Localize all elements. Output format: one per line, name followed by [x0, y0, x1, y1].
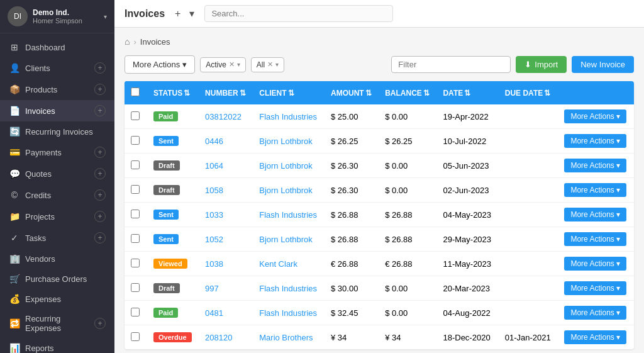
row-more-actions-button[interactable]: More Actions ▾	[564, 159, 626, 172]
col-header-due-date[interactable]: DUE DATE ⇅	[499, 81, 558, 104]
row-client[interactable]: Bjorn Lothbrok	[253, 129, 325, 154]
more-actions-button[interactable]: More Actions ▾	[125, 55, 195, 74]
sidebar-item-payments[interactable]: 💳 Payments +	[0, 142, 114, 163]
invoice-number-link[interactable]: 997	[205, 284, 219, 293]
row-client[interactable]: Bjorn Lothbrok	[253, 154, 325, 178]
sidebar-item-purchase-orders[interactable]: 🛒 Purchase Orders	[0, 269, 114, 289]
invoice-number-link[interactable]: 1033	[205, 210, 223, 220]
sidebar-item-invoices[interactable]: 📄 Invoices +	[0, 100, 114, 121]
row-checkbox[interactable]	[131, 210, 140, 218]
add-quotes-icon[interactable]: +	[94, 168, 106, 179]
new-invoice-button[interactable]: New Invoice	[572, 56, 634, 73]
client-link[interactable]: Kent Clark	[259, 259, 297, 269]
row-checkbox-cell[interactable]	[125, 104, 147, 129]
row-more-actions-button[interactable]: More Actions ▾	[564, 306, 626, 320]
invoice-number-link[interactable]: 1052	[205, 235, 223, 244]
row-client[interactable]: Bjorn Lothbrok	[253, 227, 325, 252]
row-number[interactable]: 03812022	[199, 104, 253, 129]
invoice-number-link[interactable]: 03812022	[205, 112, 242, 121]
row-more-actions-button[interactable]: More Actions ▾	[564, 281, 626, 295]
row-more-actions-button[interactable]: More Actions ▾	[564, 232, 626, 246]
row-checkbox-cell[interactable]	[125, 154, 147, 178]
select-all-checkbox[interactable]	[131, 87, 140, 96]
row-checkbox[interactable]	[131, 259, 140, 267]
row-checkbox[interactable]	[131, 234, 140, 243]
row-number[interactable]: 208120	[199, 325, 253, 350]
row-client[interactable]: Flash Industries	[253, 276, 325, 301]
row-checkbox-cell[interactable]	[125, 252, 147, 276]
client-link[interactable]: Mario Brothers	[259, 333, 313, 342]
client-link[interactable]: Bjorn Lothbrok	[259, 235, 313, 244]
row-client[interactable]: Flash Industries	[253, 301, 325, 325]
add-products-icon[interactable]: +	[94, 84, 106, 95]
row-checkbox-cell[interactable]	[125, 203, 147, 227]
client-link[interactable]: Bjorn Lothbrok	[259, 161, 313, 171]
row-client[interactable]: Flash Industries	[253, 104, 325, 129]
col-header-amount[interactable]: AMOUNT ⇅	[325, 81, 379, 104]
row-more-actions-button[interactable]: More Actions ▾	[564, 109, 626, 123]
close-icon[interactable]: ✕	[267, 60, 273, 69]
client-link[interactable]: Flash Industries	[259, 308, 317, 318]
sidebar-item-expenses[interactable]: 💰 Expenses	[0, 289, 114, 309]
row-checkbox-cell[interactable]	[125, 178, 147, 203]
invoice-number-link[interactable]: 208120	[205, 333, 232, 342]
row-checkbox[interactable]	[131, 308, 140, 317]
row-more-actions-button[interactable]: More Actions ▾	[564, 208, 626, 221]
row-client[interactable]: Bjorn Lothbrok	[253, 178, 325, 203]
client-link[interactable]: Bjorn Lothbrok	[259, 137, 313, 146]
row-more-actions-button[interactable]: More Actions ▾	[564, 134, 626, 148]
sidebar-item-recurring-invoices[interactable]: 🔄 Recurring Invoices	[0, 121, 114, 142]
sidebar-item-reports[interactable]: 📊 Reports	[0, 338, 114, 353]
client-link[interactable]: Flash Industries	[259, 210, 317, 220]
sidebar-header[interactable]: DI Demo Ind. Homer Simpson ▾	[0, 0, 114, 33]
add-clients-icon[interactable]: +	[94, 62, 106, 74]
col-header-client[interactable]: CLIENT ⇅	[253, 81, 325, 104]
row-checkbox-cell[interactable]	[125, 325, 147, 350]
add-button[interactable]: +	[172, 7, 183, 21]
col-header-status[interactable]: STATUS ⇅	[147, 81, 199, 104]
add-credits-icon[interactable]: +	[94, 189, 106, 201]
row-more-actions-button[interactable]: More Actions ▾	[564, 257, 626, 271]
row-checkbox[interactable]	[131, 160, 140, 169]
close-icon[interactable]: ✕	[229, 60, 235, 69]
chevron-down-icon[interactable]: ▾	[275, 61, 279, 68]
sidebar-item-projects[interactable]: 📁 Projects +	[0, 206, 114, 227]
row-checkbox-cell[interactable]	[125, 276, 147, 301]
sidebar-item-credits[interactable]: © Credits +	[0, 184, 114, 206]
filter-chip-all[interactable]: All ✕ ▾	[251, 57, 284, 72]
sidebar-item-products[interactable]: 📦 Products +	[0, 79, 114, 100]
sidebar-item-tasks[interactable]: ✓ Tasks +	[0, 227, 114, 249]
row-checkbox[interactable]	[131, 111, 140, 120]
filter-chip-active[interactable]: Active ✕ ▾	[200, 57, 246, 72]
sidebar-item-vendors[interactable]: 🏢 Vendors	[0, 249, 114, 269]
add-payments-icon[interactable]: +	[94, 147, 106, 158]
client-link[interactable]: Flash Industries	[259, 112, 317, 121]
row-number[interactable]: 1038	[199, 252, 253, 276]
row-checkbox-cell[interactable]	[125, 129, 147, 154]
row-client[interactable]: Mario Brothers	[253, 325, 325, 350]
import-button[interactable]: ⬇ Import	[516, 56, 567, 73]
chevron-down-icon[interactable]: ▾	[187, 6, 197, 21]
select-all-header[interactable]	[125, 81, 147, 104]
col-header-balance[interactable]: BALANCE ⇅	[379, 81, 436, 104]
row-number[interactable]: 0446	[199, 129, 253, 154]
row-number[interactable]: 1033	[199, 203, 253, 227]
row-checkbox[interactable]	[131, 283, 140, 292]
chevron-down-icon[interactable]: ▾	[237, 61, 240, 68]
invoice-number-link[interactable]: 0446	[205, 137, 223, 146]
invoice-number-link[interactable]: 1038	[205, 259, 223, 269]
row-more-actions-button[interactable]: More Actions ▾	[564, 330, 626, 344]
row-number[interactable]: 1064	[199, 154, 253, 178]
sidebar-item-quotes[interactable]: 💬 Quotes +	[0, 163, 114, 184]
add-invoices-icon[interactable]: +	[94, 105, 106, 116]
home-icon[interactable]: ⌂	[125, 36, 130, 47]
client-link[interactable]: Flash Industries	[259, 284, 317, 293]
search-input[interactable]	[204, 5, 393, 22]
col-header-date[interactable]: DATE ⇅	[436, 81, 498, 104]
row-checkbox[interactable]	[131, 136, 140, 145]
row-number[interactable]: 1058	[199, 178, 253, 203]
row-client[interactable]: Flash Industries	[253, 203, 325, 227]
filter-input[interactable]	[391, 56, 511, 73]
add-recurring-expenses-icon[interactable]: +	[94, 318, 106, 329]
client-link[interactable]: Bjorn Lothbrok	[259, 186, 313, 195]
